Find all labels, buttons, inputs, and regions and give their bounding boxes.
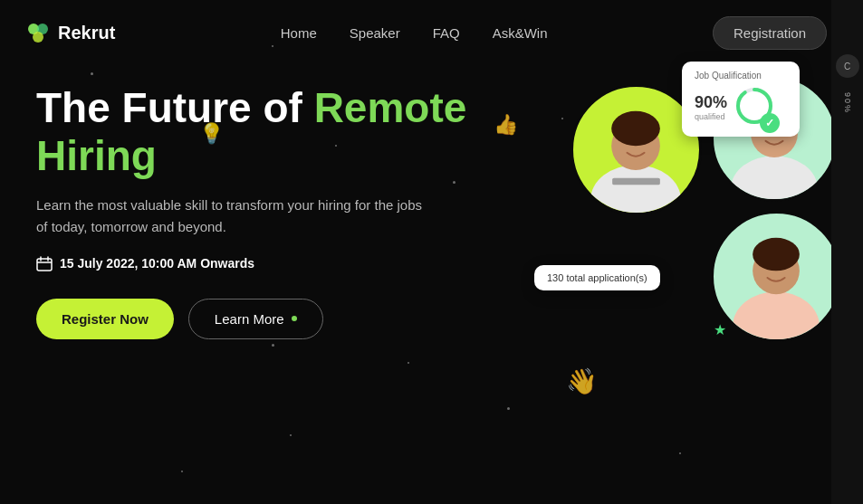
person-3 (714, 214, 839, 339)
hero-left: The Future of Remote Hiring Learn the mo… (36, 75, 507, 339)
right-edge-panel: C 90% (831, 0, 863, 504)
svg-point-16 (753, 238, 800, 271)
qualification-label: qualified (695, 112, 727, 121)
hero-title-white: The Future of (36, 84, 302, 131)
svg-rect-10 (612, 178, 660, 185)
qualification-percent: 90% (695, 93, 727, 112)
brand-name: Rekrut (58, 23, 115, 43)
applications-card: 130 total application(s) (534, 265, 660, 290)
logo-icon (25, 21, 51, 46)
svg-point-7 (590, 165, 681, 213)
qualification-ring: ✓ (734, 86, 774, 128)
svg-point-11 (731, 156, 818, 199)
svg-rect-3 (37, 259, 52, 271)
edge-label: 90% (843, 92, 852, 114)
hero-section: The Future of Remote Hiring Learn the mo… (0, 66, 863, 419)
nav-links: Home Speaker FAQ Ask&Win (281, 25, 548, 42)
svg-point-2 (33, 32, 43, 43)
nav-home[interactable]: Home (281, 25, 317, 41)
person-1 (573, 87, 699, 213)
registration-button[interactable]: Registration (713, 16, 827, 50)
star-decoration: ★ (714, 321, 726, 338)
hero-title: The Future of Remote Hiring (36, 84, 507, 180)
hero-title-hiring: Hiring (36, 132, 157, 179)
calendar-icon (36, 256, 53, 271)
learn-more-dot (292, 316, 297, 321)
nav-speaker[interactable]: Speaker (350, 25, 400, 41)
navbar: Rekrut Home Speaker FAQ Ask&Win Registra… (0, 0, 863, 66)
qualification-card: Job Qualification 90% qualified ✓ (682, 62, 800, 137)
register-now-button[interactable]: Register Now (36, 299, 174, 339)
hero-title-remote: Remote (314, 84, 467, 131)
svg-point-9 (611, 111, 660, 146)
check-badge: ✓ (760, 113, 780, 133)
nav-askwin[interactable]: Ask&Win (493, 25, 548, 41)
profile-card-3 (711, 211, 842, 342)
logo[interactable]: Rekrut (25, 21, 115, 46)
edge-button-1[interactable]: C (836, 54, 859, 78)
qualification-title: Job Qualification (695, 71, 787, 81)
nav-faq[interactable]: FAQ (433, 25, 460, 41)
applications-text: 130 total application(s) (547, 272, 647, 283)
hero-subtitle: Learn the most valuable skill to transfo… (36, 195, 426, 238)
learn-more-button[interactable]: Learn More (188, 299, 323, 339)
hero-right: 130 total application(s) Job Qualificati… (543, 57, 827, 419)
hero-buttons: Register Now Learn More (36, 299, 507, 339)
hero-date: 15 July 2022, 10:00 AM Onwards (36, 256, 507, 271)
svg-point-14 (733, 291, 820, 339)
